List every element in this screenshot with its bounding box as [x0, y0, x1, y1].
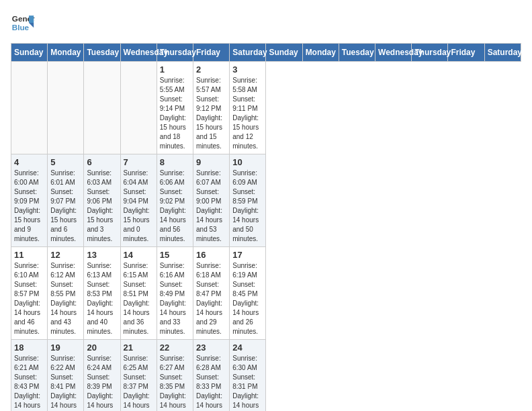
calendar-cell: 9Sunrise: 6:07 AM Sunset: 9:00 PM Daylig… — [193, 154, 230, 247]
cell-details: Sunrise: 6:18 AM Sunset: 8:47 PM Dayligh… — [196, 261, 226, 336]
day-number: 13 — [87, 250, 117, 260]
cell-details: Sunrise: 6:22 AM Sunset: 8:41 PM Dayligh… — [50, 354, 81, 411]
calendar-cell: 15Sunrise: 6:16 AM Sunset: 8:49 PM Dayli… — [157, 247, 193, 340]
calendar-cell: 16Sunrise: 6:18 AM Sunset: 8:47 PM Dayli… — [193, 247, 230, 340]
day-number: 4 — [14, 157, 44, 167]
calendar-cell: 22Sunrise: 6:27 AM Sunset: 8:35 PM Dayli… — [157, 340, 193, 412]
cell-details: Sunrise: 6:16 AM Sunset: 8:49 PM Dayligh… — [160, 261, 190, 336]
calendar-cell: 18Sunrise: 6:21 AM Sunset: 8:43 PM Dayli… — [11, 340, 48, 412]
cell-details: Sunrise: 6:03 AM Sunset: 9:06 PM Dayligh… — [87, 169, 117, 244]
day-number: 22 — [160, 342, 190, 353]
day-number: 12 — [50, 250, 81, 260]
calendar-cell: 17Sunrise: 6:19 AM Sunset: 8:45 PM Dayli… — [230, 247, 266, 340]
cell-details: Sunrise: 6:15 AM Sunset: 8:51 PM Dayligh… — [124, 261, 154, 336]
day-number: 6 — [87, 157, 117, 167]
day-number: 1 — [160, 64, 190, 75]
svg-text:Blue: Blue — [12, 23, 30, 32]
day-header-monday: Monday — [48, 44, 84, 62]
calendar-cell: 13Sunrise: 6:13 AM Sunset: 8:53 PM Dayli… — [84, 247, 120, 340]
calendar-cell: 12Sunrise: 6:12 AM Sunset: 8:55 PM Dayli… — [48, 247, 84, 340]
day-number: 19 — [50, 342, 81, 353]
cell-details: Sunrise: 6:10 AM Sunset: 8:57 PM Dayligh… — [14, 261, 44, 336]
day-number: 5 — [50, 157, 81, 167]
day-header-saturday: Saturday — [230, 44, 266, 62]
cell-details: Sunrise: 6:06 AM Sunset: 9:02 PM Dayligh… — [160, 169, 190, 244]
calendar-cell: 11Sunrise: 6:10 AM Sunset: 8:57 PM Dayli… — [11, 247, 48, 340]
day-number: 20 — [87, 342, 117, 353]
day-number: 3 — [232, 64, 263, 75]
week-row-4: 18Sunrise: 6:21 AM Sunset: 8:43 PM Dayli… — [11, 340, 521, 412]
cell-details: Sunrise: 6:25 AM Sunset: 8:37 PM Dayligh… — [124, 354, 154, 411]
calendar-cell: 23Sunrise: 6:28 AM Sunset: 8:33 PM Dayli… — [193, 340, 230, 412]
day-header-tuesday: Tuesday — [339, 44, 375, 62]
cell-details: Sunrise: 5:55 AM Sunset: 9:14 PM Dayligh… — [160, 76, 190, 151]
cell-details: Sunrise: 6:09 AM Sunset: 8:59 PM Dayligh… — [232, 169, 263, 244]
calendar-cell — [11, 62, 48, 154]
day-header-monday: Monday — [302, 44, 339, 62]
cell-details: Sunrise: 6:30 AM Sunset: 8:31 PM Dayligh… — [232, 354, 263, 411]
cell-details: Sunrise: 6:27 AM Sunset: 8:35 PM Dayligh… — [160, 354, 190, 411]
day-header-sunday: Sunday — [11, 44, 48, 62]
day-header-wednesday: Wednesday — [120, 44, 157, 62]
calendar-cell: 4Sunrise: 6:00 AM Sunset: 9:09 PM Daylig… — [11, 154, 48, 247]
cell-details: Sunrise: 6:07 AM Sunset: 9:00 PM Dayligh… — [196, 169, 226, 244]
day-number: 15 — [160, 250, 190, 260]
calendar-cell: 19Sunrise: 6:22 AM Sunset: 8:41 PM Dayli… — [48, 340, 84, 412]
day-header-sunday: Sunday — [266, 44, 302, 62]
calendar-cell: 14Sunrise: 6:15 AM Sunset: 8:51 PM Dayli… — [120, 247, 157, 340]
day-number: 8 — [160, 157, 190, 167]
day-number: 9 — [196, 157, 226, 167]
calendar-cell: 5Sunrise: 6:01 AM Sunset: 9:07 PM Daylig… — [48, 154, 84, 247]
svg-marker-2 — [29, 15, 34, 23]
day-header-thursday: Thursday — [412, 44, 448, 62]
day-number: 16 — [196, 250, 226, 260]
day-header-saturday: Saturday — [484, 44, 521, 62]
day-header-tuesday: Tuesday — [84, 44, 120, 62]
day-number: 7 — [124, 157, 154, 167]
day-number: 11 — [14, 250, 44, 260]
calendar-cell: 20Sunrise: 6:24 AM Sunset: 8:39 PM Dayli… — [84, 340, 120, 412]
cell-details: Sunrise: 6:19 AM Sunset: 8:45 PM Dayligh… — [232, 261, 263, 336]
day-number: 14 — [124, 250, 154, 260]
calendar-table: SundayMondayTuesdayWednesdayThursdayFrid… — [11, 43, 521, 411]
calendar-cell — [48, 62, 84, 154]
calendar-cell: 1Sunrise: 5:55 AM Sunset: 9:14 PM Daylig… — [157, 62, 193, 154]
day-number: 10 — [232, 157, 263, 167]
logo-icon: General Blue — [11, 11, 35, 35]
day-number: 18 — [14, 342, 44, 353]
cell-details: Sunrise: 6:12 AM Sunset: 8:55 PM Dayligh… — [50, 261, 81, 336]
logo: General Blue — [11, 11, 35, 35]
day-header-thursday: Thursday — [157, 44, 193, 62]
day-number: 17 — [232, 250, 263, 260]
calendar-cell — [120, 62, 157, 154]
calendar-cell: 3Sunrise: 5:58 AM Sunset: 9:11 PM Daylig… — [230, 62, 266, 154]
cell-details: Sunrise: 6:13 AM Sunset: 8:53 PM Dayligh… — [87, 261, 117, 336]
day-header-friday: Friday — [193, 44, 230, 62]
cell-details: Sunrise: 6:21 AM Sunset: 8:43 PM Dayligh… — [14, 354, 44, 411]
day-header-friday: Friday — [448, 44, 484, 62]
calendar-cell: 8Sunrise: 6:06 AM Sunset: 9:02 PM Daylig… — [157, 154, 193, 247]
calendar-cell: 21Sunrise: 6:25 AM Sunset: 8:37 PM Dayli… — [120, 340, 157, 412]
cell-details: Sunrise: 5:57 AM Sunset: 9:12 PM Dayligh… — [196, 76, 226, 151]
cell-details: Sunrise: 6:28 AM Sunset: 8:33 PM Dayligh… — [196, 354, 226, 411]
day-header-wednesday: Wednesday — [375, 44, 412, 62]
week-row-1: 1Sunrise: 5:55 AM Sunset: 9:14 PM Daylig… — [11, 62, 521, 154]
day-number: 2 — [196, 64, 226, 75]
page-header: General Blue — [11, 11, 521, 35]
svg-marker-3 — [29, 23, 34, 28]
day-number: 23 — [196, 342, 226, 353]
cell-details: Sunrise: 6:24 AM Sunset: 8:39 PM Dayligh… — [87, 354, 117, 411]
calendar-cell — [84, 62, 120, 154]
cell-details: Sunrise: 5:58 AM Sunset: 9:11 PM Dayligh… — [232, 76, 263, 151]
week-row-2: 4Sunrise: 6:00 AM Sunset: 9:09 PM Daylig… — [11, 154, 521, 247]
week-row-3: 11Sunrise: 6:10 AM Sunset: 8:57 PM Dayli… — [11, 247, 521, 340]
header-row: SundayMondayTuesdayWednesdayThursdayFrid… — [11, 44, 521, 62]
day-number: 21 — [124, 342, 154, 353]
calendar-cell: 10Sunrise: 6:09 AM Sunset: 8:59 PM Dayli… — [230, 154, 266, 247]
calendar-cell: 2Sunrise: 5:57 AM Sunset: 9:12 PM Daylig… — [193, 62, 230, 154]
cell-details: Sunrise: 6:04 AM Sunset: 9:04 PM Dayligh… — [124, 169, 154, 244]
day-number: 24 — [232, 342, 263, 353]
cell-details: Sunrise: 6:00 AM Sunset: 9:09 PM Dayligh… — [14, 169, 44, 244]
calendar-cell: 6Sunrise: 6:03 AM Sunset: 9:06 PM Daylig… — [84, 154, 120, 247]
calendar-cell: 7Sunrise: 6:04 AM Sunset: 9:04 PM Daylig… — [120, 154, 157, 247]
